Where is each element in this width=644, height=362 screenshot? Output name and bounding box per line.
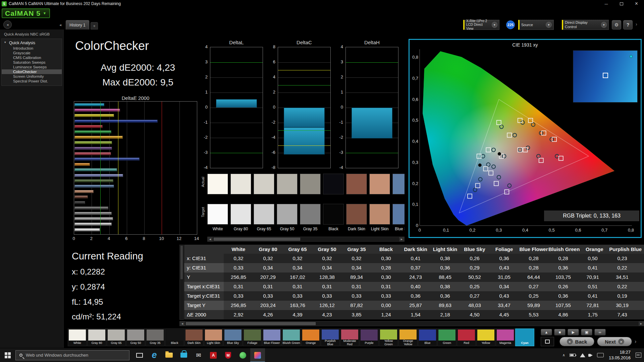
patch-blue-flower[interactable]: Blue Flower <box>262 328 281 346</box>
patch-gray-50[interactable]: Gray 50 <box>126 328 145 346</box>
pattern-window-button[interactable] <box>541 337 554 346</box>
scroll-left-icon[interactable] <box>208 237 213 241</box>
taskbar-clock[interactable]: 18:27 13.05.2016 <box>609 350 631 361</box>
patch-blue[interactable]: Blue <box>418 328 437 346</box>
antivirus-button[interactable] <box>221 348 235 362</box>
transport-expand-icon[interactable] <box>635 339 636 345</box>
sidebar-item-luminance-sweeps[interactable]: Luminance Sweeps <box>2 65 62 69</box>
play-button[interactable]: ▶ <box>568 329 579 336</box>
sidebar-item-cms-calibration[interactable]: CMS Calibration <box>2 55 62 60</box>
start-button[interactable] <box>0 348 15 362</box>
help-button[interactable] <box>623 20 633 29</box>
meter-dropdown[interactable]: X-Rite i1Pro 2 LCD Direct View <box>463 20 499 30</box>
source-label: Source <box>521 23 533 27</box>
tree-root-quick-analysis[interactable]: Quick Analysis <box>2 40 62 46</box>
task-view-button[interactable] <box>132 348 147 362</box>
deltae-x-axis: 02468101214 <box>74 236 201 242</box>
panel-expand-icon[interactable] <box>636 21 637 27</box>
table-vertical-scrollbar[interactable] <box>179 245 184 320</box>
scrollbar-thumb[interactable] <box>186 322 316 325</box>
add-tab-button[interactable]: + <box>91 22 98 29</box>
back-button[interactable]: Back <box>559 337 594 346</box>
sidebar-item-spectral-power-dist-[interactable]: Spectral Power Dist. <box>2 79 62 83</box>
tray-expand-icon[interactable] <box>562 353 565 357</box>
close-button[interactable] <box>629 0 644 7</box>
patch-dark-skin[interactable]: Dark Skin <box>184 328 204 346</box>
back-nav-button[interactable] <box>3 20 12 29</box>
calman-logo[interactable]: CalMAN 5▼ <box>2 8 50 18</box>
maximize-button[interactable] <box>614 0 629 7</box>
patch-black[interactable]: Black <box>165 328 184 346</box>
sidebar-item-colorchecker[interactable]: ColorChecker <box>2 69 62 74</box>
patch-white[interactable]: White <box>68 328 87 346</box>
chevron-down-icon <box>546 22 552 28</box>
file-explorer-button[interactable] <box>162 348 176 362</box>
scroll-left-icon[interactable] <box>180 321 185 326</box>
patch-cyan[interactable]: Cyan <box>515 328 534 346</box>
deltae-bar-green <box>74 130 111 133</box>
stop-button[interactable]: ■ <box>554 329 566 336</box>
adobe-reader-icon <box>210 352 217 359</box>
edge-button[interactable] <box>147 348 162 362</box>
patch-gray-80[interactable]: Gray 80 <box>87 328 106 346</box>
patch-light-skin[interactable]: Light Skin <box>204 328 223 346</box>
swatch-scrollbar[interactable] <box>207 237 405 242</box>
patch-foliage[interactable]: Foliage <box>243 328 262 346</box>
patch-orange-yellow[interactable]: Orange Yellow <box>398 328 418 346</box>
scrollbar-thumb[interactable] <box>180 246 183 279</box>
patch-magenta[interactable]: Magenta <box>496 328 515 346</box>
patch-red[interactable]: Red <box>457 328 476 346</box>
patch-blue-sky[interactable]: Blue Sky <box>223 328 243 346</box>
patch-green[interactable]: Green <box>437 328 457 346</box>
chevron-down-icon <box>492 22 497 28</box>
search-icon <box>19 354 22 357</box>
table-scrollbar[interactable] <box>179 321 644 326</box>
loop-button[interactable]: ∞ <box>594 329 606 336</box>
sidebar-item-saturation-sweeps[interactable]: Saturation Sweeps <box>2 60 62 65</box>
store-button[interactable] <box>176 348 191 362</box>
tab-history-1[interactable]: History 1 <box>66 20 89 29</box>
keyboard-icon[interactable] <box>597 353 604 357</box>
deltal-ylabels: 43210-1-2-3-4 <box>199 47 209 168</box>
display-control-label: Direct Display Control <box>565 20 599 29</box>
patch-orange[interactable]: Orange <box>301 328 320 346</box>
sidebar-item-introduction[interactable]: Introduction <box>2 46 62 51</box>
eject-button[interactable]: ▲ <box>541 329 552 336</box>
target-swatch-gray-65 <box>254 204 274 225</box>
calman-taskbar-button[interactable] <box>250 348 265 362</box>
target-swatch-gray-35 <box>300 204 321 225</box>
mail-button[interactable] <box>191 348 206 362</box>
browser-button[interactable] <box>235 348 250 362</box>
patch-purplish-blue[interactable]: Purplish Blue <box>321 328 340 346</box>
patch-yellow-green[interactable]: Yellow Green <box>379 328 398 346</box>
patch-bluish-green[interactable]: Bluish Green <box>282 328 301 346</box>
network-icon[interactable] <box>580 353 585 357</box>
sidebar-item-grayscale[interactable]: Grayscale <box>2 51 62 55</box>
target-swatch-light-skin <box>369 204 390 225</box>
settings-button[interactable] <box>612 20 621 29</box>
scroll-right-icon[interactable] <box>399 237 404 241</box>
window-button[interactable]: ▣ <box>581 329 592 336</box>
patch-yellow[interactable]: Yellow <box>476 328 495 346</box>
taskbar-search[interactable]: Web und Windows durchsuchen <box>15 350 129 360</box>
sidebar-item-screen-uniformity[interactable]: Screen Uniformity <box>2 74 62 79</box>
minimize-button[interactable] <box>599 0 614 7</box>
patch-gray-35[interactable]: Gray 35 <box>146 328 165 346</box>
adobe-reader-button[interactable] <box>206 348 221 362</box>
patch-moderate-red[interactable]: Moderate Red <box>340 328 359 346</box>
pattern-window-icon <box>545 340 550 344</box>
next-button[interactable]: Next <box>597 337 632 346</box>
volume-icon[interactable] <box>590 354 593 357</box>
store-icon <box>180 353 187 358</box>
target-swatch-dark-skin <box>346 204 367 225</box>
scroll-right-icon[interactable] <box>639 321 644 326</box>
patch-purple[interactable]: Purple <box>360 328 379 346</box>
scrollbar-thumb[interactable] <box>214 238 300 241</box>
display-control-dropdown[interactable]: Direct Display Control <box>562 20 609 30</box>
sidebar-collapse-icon[interactable] <box>58 21 63 28</box>
action-center-icon[interactable] <box>636 353 641 358</box>
patch-gray-65[interactable]: Gray 65 <box>107 328 126 346</box>
windows-logo-icon <box>5 352 11 358</box>
source-dropdown[interactable]: Source <box>518 20 554 30</box>
battery-icon[interactable] <box>570 354 576 357</box>
